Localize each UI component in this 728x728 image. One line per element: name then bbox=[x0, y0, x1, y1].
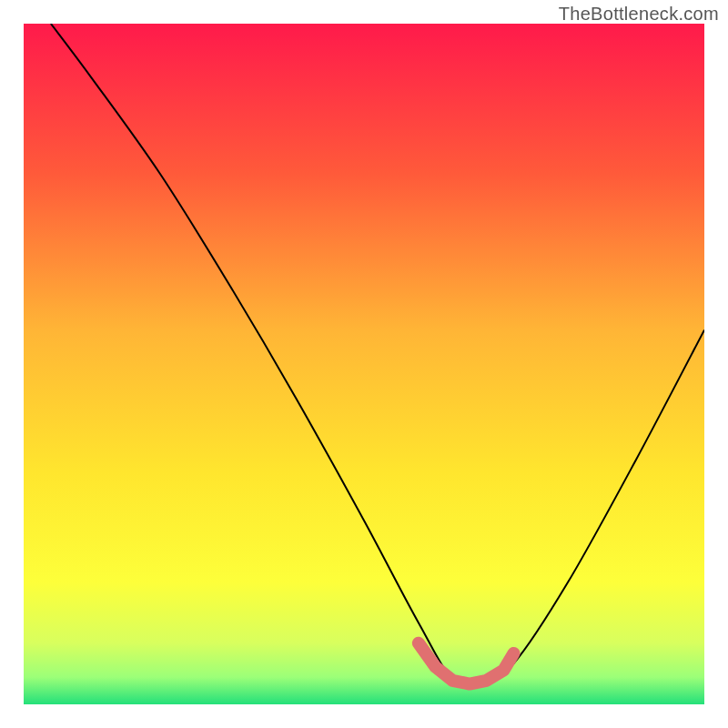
chart-stage: TheBottleneck.com bbox=[0, 0, 728, 728]
watermark-text: TheBottleneck.com bbox=[559, 4, 719, 25]
plot-area bbox=[24, 24, 704, 704]
chart-canvas bbox=[24, 24, 704, 704]
